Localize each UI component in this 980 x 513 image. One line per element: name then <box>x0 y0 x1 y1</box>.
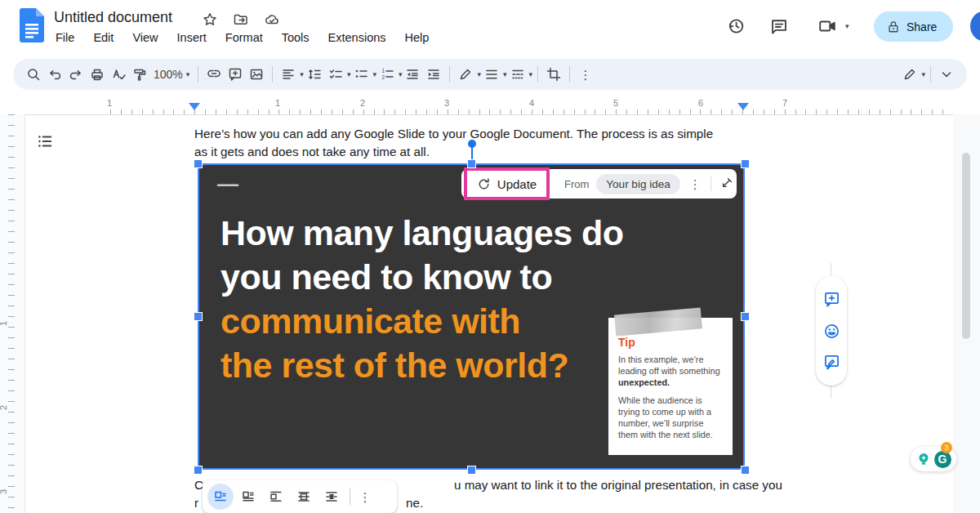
numbered-list-icon[interactable]: 12 <box>376 64 398 86</box>
meet-video-call-icon[interactable] <box>817 16 837 36</box>
insert-image-icon[interactable] <box>246 64 267 86</box>
spelling-check-icon[interactable] <box>108 64 129 86</box>
image-options-toolbar: ⋮ <box>203 480 397 513</box>
grammarly-g-icon: G <box>934 451 951 468</box>
resize-handle-top-right[interactable] <box>742 160 749 167</box>
wrap-text-icon[interactable] <box>235 484 261 510</box>
search-menus-icon[interactable] <box>23 64 44 86</box>
menu-insert[interactable]: Insert <box>177 31 207 44</box>
resize-handle-top-left[interactable] <box>194 160 202 167</box>
menu-file[interactable]: File <box>56 31 74 44</box>
rotation-handle[interactable] <box>468 140 476 148</box>
tip-heading: Tip <box>618 336 723 349</box>
star-icon[interactable] <box>201 11 219 29</box>
update-button-highlight[interactable]: Update <box>464 167 550 200</box>
line-spacing-icon[interactable] <box>304 64 325 86</box>
zoom-control[interactable]: 100% ▾ <box>150 68 193 81</box>
behind-text-icon[interactable] <box>291 484 317 510</box>
vertical-scrollbar[interactable] <box>962 153 970 339</box>
ruler-ticks <box>110 109 953 114</box>
zoom-value: 100% <box>154 68 183 81</box>
document-outline-icon[interactable] <box>34 131 56 152</box>
image-more-options-icon[interactable]: ⋮ <box>355 484 375 510</box>
menu-view[interactable]: View <box>132 31 158 44</box>
more-options-icon[interactable]: ⋮ <box>575 64 596 86</box>
slide-title-line: communicate with <box>220 299 624 343</box>
resize-handle-bottom-center[interactable] <box>468 466 475 474</box>
linked-object-options-icon[interactable]: ⋮ <box>688 178 703 190</box>
undo-icon[interactable] <box>44 64 65 86</box>
print-icon[interactable] <box>87 64 108 86</box>
paragraph-line[interactable]: Here’s how you can add any Google Slide … <box>194 125 713 143</box>
border-dash-caret-icon[interactable]: ▾ <box>529 71 533 78</box>
hide-menus-chevron-icon[interactable] <box>936 64 957 86</box>
resize-handle-bottom-left[interactable] <box>194 466 202 474</box>
add-comment-icon[interactable] <box>225 64 246 86</box>
editing-mode-caret-icon[interactable]: ▾ <box>921 71 925 78</box>
menu-bar: File Edit View Insert Format Tools Exten… <box>56 31 429 44</box>
bulleted-list-icon[interactable] <box>350 64 372 86</box>
version-history-icon[interactable] <box>726 16 746 36</box>
align-icon[interactable] <box>278 64 299 86</box>
grammarly-badge[interactable]: 3 <box>941 442 952 453</box>
increase-indent-icon[interactable] <box>423 64 444 86</box>
left-indent-marker[interactable] <box>189 103 200 110</box>
add-comment-rail-icon[interactable] <box>823 291 840 308</box>
paragraph-fragment[interactable]: u may want to link it to the original pr… <box>454 476 782 494</box>
menu-help[interactable]: Help <box>405 31 430 44</box>
resize-handle-mid-right[interactable] <box>742 313 749 320</box>
pill-divider <box>710 176 711 191</box>
menu-format[interactable]: Format <box>225 31 263 44</box>
meet-dropdown-caret[interactable]: ▾ <box>845 23 849 30</box>
menu-extensions[interactable]: Extensions <box>328 31 386 44</box>
redo-icon[interactable] <box>65 64 87 86</box>
crop-image-icon[interactable] <box>543 64 564 86</box>
right-indent-marker[interactable] <box>737 103 749 110</box>
checklist-icon[interactable] <box>325 64 346 86</box>
google-docs-logo[interactable] <box>20 8 44 42</box>
share-label: Share <box>906 20 937 33</box>
border-color-icon[interactable] <box>455 64 476 86</box>
resize-handle-top-center[interactable] <box>468 160 475 167</box>
zoom-caret-icon: ▾ <box>186 71 190 78</box>
document-title[interactable]: Untitled document <box>54 9 172 26</box>
resize-handle-mid-left[interactable] <box>194 313 202 320</box>
resize-handle-bottom-right[interactable] <box>742 466 749 474</box>
menu-tools[interactable]: Tools <box>282 31 310 44</box>
source-presentation-chip[interactable]: Your big idea <box>596 174 679 194</box>
ruler-mark: 3 <box>0 489 8 494</box>
break-text-icon[interactable] <box>263 484 289 510</box>
editing-mode-icon[interactable] <box>899 64 920 86</box>
in-front-of-text-icon[interactable] <box>318 484 345 510</box>
share-button[interactable]: Share <box>874 11 953 42</box>
decrease-indent-icon[interactable] <box>402 64 423 86</box>
paragraph-fragment[interactable]: ne. <box>406 494 423 512</box>
ruler-mark: 5 <box>613 98 618 108</box>
wrap-inline-icon[interactable] <box>207 484 234 510</box>
border-dash-icon[interactable] <box>507 64 528 86</box>
ruler-mark: 7 <box>782 98 787 108</box>
toolbar-divider <box>449 66 450 83</box>
paragraph-line[interactable]: as it gets and does not take any time at… <box>194 143 430 161</box>
border-weight-caret-icon[interactable]: ▾ <box>503 71 507 78</box>
toolbar-divider <box>537 66 538 83</box>
horizontal-ruler[interactable]: 1 1 2 3 4 5 6 7 <box>0 96 980 115</box>
tip-paragraph: While the audience is trying to come up … <box>618 395 723 440</box>
paragraph-fragment[interactable]: r <box>194 494 198 512</box>
emoji-reaction-icon[interactable] <box>823 323 840 340</box>
svg-text:2: 2 <box>381 74 385 80</box>
tip-paragraph: In this example, we’re leading off with … <box>618 355 723 388</box>
border-weight-icon[interactable] <box>481 64 502 86</box>
menu-edit[interactable]: Edit <box>93 31 114 44</box>
suggest-edits-icon[interactable] <box>823 354 840 371</box>
collapse-icon[interactable] <box>719 177 734 191</box>
insert-link-icon[interactable] <box>203 64 225 86</box>
account-avatar[interactable] <box>970 11 980 42</box>
move-to-folder-icon[interactable] <box>232 11 250 29</box>
ruler-mark: 4 <box>529 98 534 108</box>
comments-icon[interactable] <box>769 16 789 36</box>
paint-format-icon[interactable] <box>129 64 150 86</box>
slide-title-line: How many languages do <box>220 211 624 255</box>
tip-card: Tip In this example, we’re leading off w… <box>608 318 733 455</box>
cloud-saved-icon[interactable] <box>263 11 281 29</box>
